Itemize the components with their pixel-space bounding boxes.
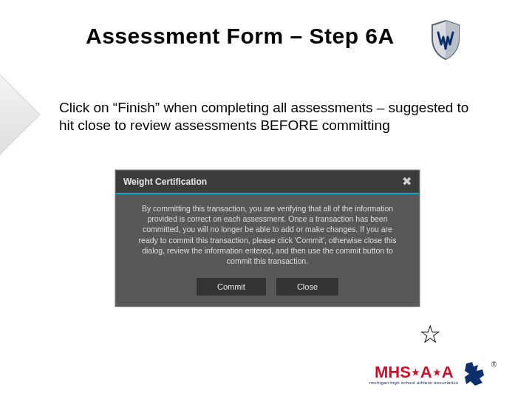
dialog-title: Weight Certification <box>123 177 207 187</box>
mhsaa-subtitle: michigan high school athletic associatio… <box>369 381 459 385</box>
mhsaa-part2: A <box>420 363 432 382</box>
decorative-diamond <box>0 72 41 156</box>
mhsaa-part1: MHS <box>375 363 411 382</box>
mhsaa-part3: A <box>442 363 454 382</box>
dialog-titlebar: Weight Certification ✖ <box>116 171 419 194</box>
star-separator-icon: ★ <box>412 367 420 378</box>
commit-button[interactable]: Commit <box>197 278 266 296</box>
weight-certification-dialog: Weight Certification ✖ By committing thi… <box>115 170 420 307</box>
close-button[interactable]: Close <box>276 278 338 296</box>
slide: Assessment Form – Step 6A Click on “Fini… <box>0 0 532 399</box>
mhsaa-text-block: MHS ★ A ★ A michigan high school athleti… <box>369 363 459 385</box>
shield-logo <box>429 19 462 61</box>
star-icon: ☆ <box>419 319 441 349</box>
mhsaa-logo: MHS ★ A ★ A michigan high school athleti… <box>369 361 497 387</box>
page-title: Assessment Form – Step 6A <box>86 24 395 49</box>
close-icon[interactable]: ✖ <box>402 176 412 188</box>
dialog-actions: Commit Close <box>116 273 419 306</box>
dialog-body: By committing this transaction, you are … <box>116 194 419 273</box>
instruction-text: Click on “Finish” when completing all as… <box>59 99 473 134</box>
registered-mark: ® <box>491 361 497 369</box>
star-separator-icon: ★ <box>433 367 441 378</box>
mhsaa-wordmark: MHS ★ A ★ A <box>375 363 454 382</box>
michigan-icon <box>462 361 487 387</box>
